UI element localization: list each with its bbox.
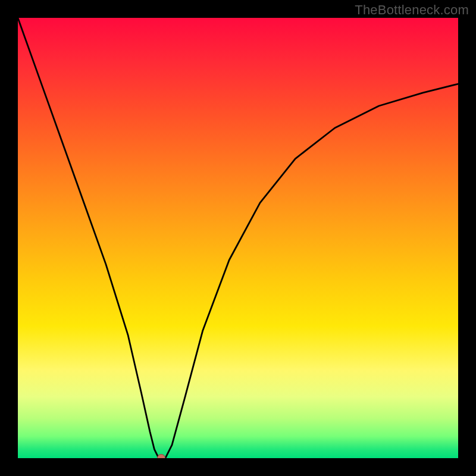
- bottleneck-curve-svg: [18, 18, 458, 458]
- bottleneck-curve-path: [18, 18, 458, 458]
- watermark-text: TheBottleneck.com: [355, 2, 469, 18]
- plot-area: [18, 18, 458, 458]
- chart-frame: TheBottleneck.com: [0, 0, 476, 476]
- optimal-point-marker: [157, 454, 165, 458]
